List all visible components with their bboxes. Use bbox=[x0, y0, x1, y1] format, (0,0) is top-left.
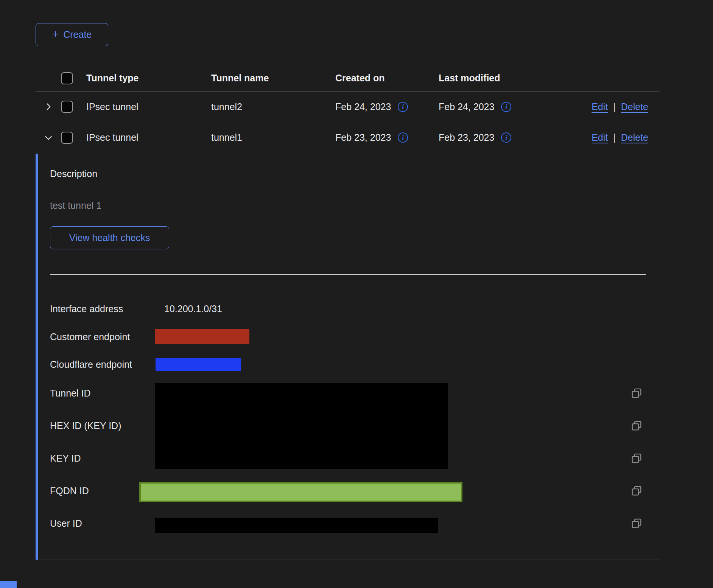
redaction-user-id bbox=[155, 518, 438, 533]
tunnels-table: Tunnel type Tunnel name Created on Last … bbox=[36, 65, 660, 153]
info-icon[interactable]: i bbox=[501, 102, 511, 112]
view-health-checks-label: View health checks bbox=[69, 232, 150, 243]
cell-last-modified: Feb 24, 2023 bbox=[439, 101, 494, 112]
table-row: IPsec tunnel tunnel1 Feb 23, 2023 i Feb … bbox=[36, 122, 660, 153]
cell-tunnel-name: tunnel2 bbox=[211, 101, 335, 112]
header-created-on: Created on bbox=[335, 73, 439, 84]
corner-accent-bar bbox=[0, 581, 17, 588]
header-last-modified: Last modified bbox=[439, 73, 560, 84]
tunnel-detail-panel: Description test tunnel 1 View health ch… bbox=[38, 154, 660, 560]
field-label-key-id: KEY ID bbox=[50, 452, 81, 464]
select-all-checkbox[interactable] bbox=[61, 72, 73, 84]
cell-tunnel-type: IPsec tunnel bbox=[86, 132, 211, 143]
actions-separator: | bbox=[613, 101, 616, 112]
field-label-cloudflare-endpoint: Cloudflare endpoint bbox=[50, 358, 132, 370]
field-label-user-id: User ID bbox=[50, 517, 82, 529]
plus-icon: + bbox=[52, 28, 59, 40]
copy-hex-id-button[interactable] bbox=[631, 420, 642, 431]
cell-tunnel-type: IPsec tunnel bbox=[86, 101, 211, 112]
edit-link[interactable]: Edit bbox=[592, 101, 608, 112]
cell-created-on: Feb 24, 2023 bbox=[335, 101, 391, 112]
redaction-fqdn-id bbox=[139, 482, 462, 502]
edit-link[interactable]: Edit bbox=[592, 132, 608, 143]
field-label-hex-id: HEX ID (KEY ID) bbox=[50, 420, 121, 432]
field-label-customer-endpoint: Customer endpoint bbox=[50, 331, 130, 343]
panel-bottom-divider bbox=[36, 560, 660, 560]
redaction-tunnel-hex-key-ids bbox=[155, 383, 448, 469]
field-value-interface-address: 10.200.1.0/31 bbox=[164, 303, 222, 315]
header-checkbox-cell bbox=[61, 72, 86, 84]
redaction-cloudflare-endpoint bbox=[156, 358, 241, 371]
row-checkbox[interactable] bbox=[61, 132, 73, 144]
table-row: IPsec tunnel tunnel2 Feb 24, 2023 i Feb … bbox=[36, 92, 660, 122]
view-health-checks-button[interactable]: View health checks bbox=[50, 226, 169, 249]
row-checkbox[interactable] bbox=[61, 101, 73, 113]
copy-user-id-button[interactable] bbox=[631, 518, 642, 529]
cell-tunnel-name: tunnel1 bbox=[211, 132, 335, 143]
chevron-right-icon[interactable] bbox=[44, 102, 53, 112]
copy-icon bbox=[631, 485, 642, 496]
description-value: test tunnel 1 bbox=[50, 199, 101, 212]
info-icon[interactable]: i bbox=[398, 102, 408, 112]
redaction-customer-endpoint bbox=[155, 329, 249, 344]
copy-key-id-button[interactable] bbox=[631, 453, 642, 464]
table-header-row: Tunnel type Tunnel name Created on Last … bbox=[36, 65, 660, 92]
actions-separator: | bbox=[613, 132, 616, 143]
delete-link[interactable]: Delete bbox=[621, 132, 648, 143]
create-button-label: Create bbox=[63, 29, 92, 40]
copy-fqdn-id-button[interactable] bbox=[631, 485, 642, 496]
field-label-tunnel-id: Tunnel ID bbox=[50, 387, 90, 399]
copy-icon bbox=[631, 387, 642, 399]
cell-created-on: Feb 23, 2023 bbox=[335, 132, 391, 143]
info-icon[interactable]: i bbox=[398, 132, 408, 143]
cell-last-modified: Feb 23, 2023 bbox=[439, 132, 494, 143]
tunnels-page: + Create Tunnel type Tunnel name Created… bbox=[0, 0, 713, 588]
header-tunnel-type: Tunnel type bbox=[86, 73, 211, 84]
section-divider bbox=[50, 274, 646, 275]
copy-tunnel-id-button[interactable] bbox=[631, 387, 642, 399]
copy-icon bbox=[631, 420, 642, 431]
info-icon[interactable]: i bbox=[501, 132, 511, 143]
copy-icon bbox=[631, 453, 642, 464]
delete-link[interactable]: Delete bbox=[621, 101, 648, 112]
description-label: Description bbox=[50, 168, 97, 180]
field-label-interface-address: Interface address bbox=[50, 303, 123, 315]
chevron-down-icon[interactable] bbox=[44, 133, 53, 143]
create-button[interactable]: + Create bbox=[36, 23, 108, 46]
header-tunnel-name: Tunnel name bbox=[211, 73, 335, 84]
expanded-row-accent-bar bbox=[36, 154, 38, 560]
field-label-fqdn-id: FQDN ID bbox=[50, 485, 89, 497]
copy-icon bbox=[631, 518, 642, 529]
